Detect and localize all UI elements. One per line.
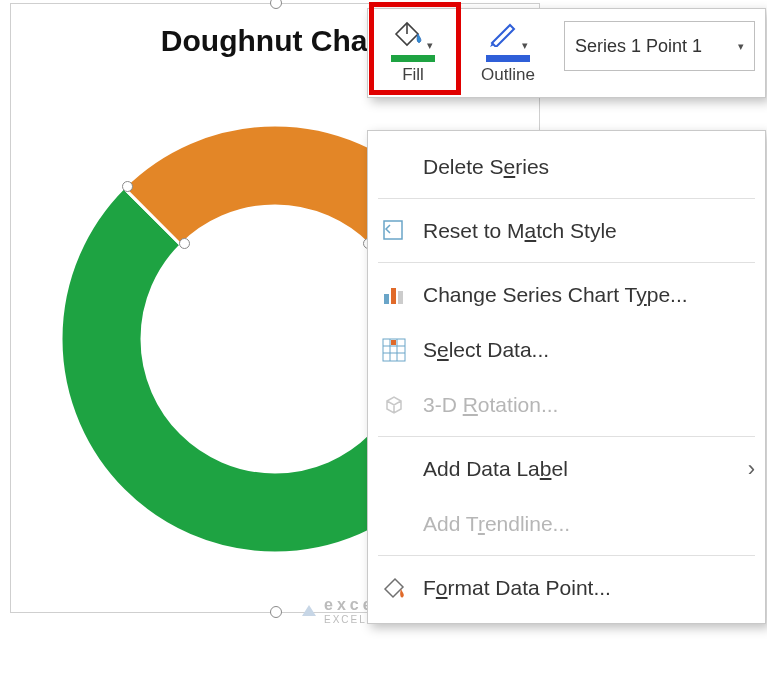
chevron-right-icon: › [748, 456, 755, 482]
menu-label: Reset to Match Style [423, 219, 617, 243]
menu-reset-style[interactable]: Reset to Match Style [368, 203, 765, 258]
fill-button[interactable]: ▾ Fill [368, 9, 458, 97]
menu-format-data-point[interactable]: Format Data Point... [368, 560, 765, 615]
outline-button[interactable]: ▾ Outline [458, 9, 558, 97]
cube-icon [380, 391, 408, 419]
menu-add-data-label[interactable]: Add Data Label › [368, 441, 765, 496]
outline-label: Outline [481, 65, 535, 85]
chart-element-selector[interactable]: Series 1 Point 1 ▾ [564, 21, 755, 71]
svg-rect-2 [391, 288, 396, 304]
chevron-down-icon: ▾ [738, 40, 744, 53]
fill-color-swatch [391, 55, 435, 62]
menu-3d-rotation: 3-D Rotation... [368, 377, 765, 432]
menu-separator [378, 555, 755, 556]
menu-label: Select Data... [423, 338, 549, 362]
menu-label: 3-D Rotation... [423, 393, 558, 417]
outline-color-swatch [486, 55, 530, 62]
format-icon [380, 574, 408, 602]
menu-delete-series[interactable]: Delete Series [368, 139, 765, 194]
select-data-icon [380, 336, 408, 364]
chart-element-selector-value: Series 1 Point 1 [575, 36, 702, 57]
menu-label: Change Series Chart Type... [423, 283, 688, 307]
menu-separator [378, 262, 755, 263]
chevron-down-icon: ▾ [427, 39, 433, 52]
menu-add-trendline: Add Trendline... [368, 496, 765, 551]
reset-icon [380, 217, 408, 245]
menu-label: Add Data Label [423, 457, 568, 481]
context-menu: Delete Series Reset to Match Style Chang… [367, 130, 766, 624]
svg-rect-3 [398, 291, 403, 304]
pen-icon [488, 21, 518, 52]
menu-separator [378, 436, 755, 437]
menu-select-data[interactable]: Select Data... [368, 322, 765, 377]
menu-label: Delete Series [423, 155, 549, 179]
menu-separator [378, 198, 755, 199]
selection-handle[interactable] [179, 238, 190, 249]
chevron-down-icon: ▾ [522, 39, 528, 52]
fill-label: Fill [402, 65, 424, 85]
svg-rect-9 [391, 340, 396, 345]
menu-change-chart-type[interactable]: Change Series Chart Type... [368, 267, 765, 322]
menu-label: Add Trendline... [423, 512, 570, 536]
resize-handle-top[interactable] [270, 0, 282, 9]
watermark-icon [300, 602, 318, 620]
blank-icon [380, 510, 408, 538]
blank-icon [380, 153, 408, 181]
blank-icon [380, 455, 408, 483]
resize-handle-bottom[interactable] [270, 606, 282, 618]
mini-toolbar: ▾ Fill ▾ Outline Series 1 Point 1 ▾ [367, 8, 766, 98]
selection-handle[interactable] [122, 181, 133, 192]
bucket-icon [393, 21, 423, 52]
chart-type-icon [380, 281, 408, 309]
menu-label: Format Data Point... [423, 576, 611, 600]
svg-rect-1 [384, 294, 389, 304]
